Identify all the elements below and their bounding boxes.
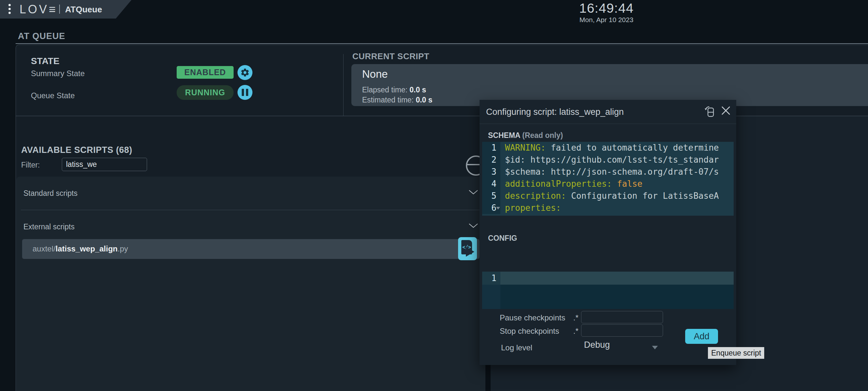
config-line[interactable]: 1: [482, 272, 734, 285]
line-number: 6: [482, 202, 500, 214]
summary-state-settings-button[interactable]: [238, 65, 252, 80]
pause-icon: [242, 89, 248, 96]
clock-date: Mon, Apr 10 2023: [567, 16, 646, 24]
pause-checkpoints-label: Pause checkpoints: [500, 313, 565, 322]
chevron-down-icon[interactable]: [468, 223, 478, 228]
clock: 16:49:44 Mon, Apr 10 2023: [567, 1, 646, 24]
schema-code-editor: 1WARNING: failed to automatically determ…: [482, 142, 734, 216]
queue-state-label: Queue State: [31, 91, 75, 100]
line-number: 1: [482, 142, 500, 154]
clock-time: 16:49:44: [567, 1, 646, 16]
line-number: 4: [482, 178, 500, 190]
schema-line: 4additionalProperties: false: [482, 178, 734, 190]
external-scripts-label: External scripts: [24, 223, 74, 231]
state-heading: STATE: [31, 56, 60, 66]
line-number: 5: [482, 190, 500, 202]
queue-state-badge: RUNNING: [177, 85, 234, 100]
fold-marker-icon[interactable]: [496, 207, 500, 209]
modal-title: Configuring script: latiss_wep_align: [486, 107, 624, 117]
dropdown-caret-icon[interactable]: [652, 346, 658, 349]
pause-checkpoints-pattern: .*: [573, 313, 579, 322]
schema-line: 6properties:: [482, 202, 734, 214]
script-list-item[interactable]: auxtel/latiss_wep_align.py </>: [22, 239, 479, 259]
menu-dots-icon[interactable]: [8, 4, 11, 15]
script-path: auxtel/latiss_wep_align.py: [33, 244, 128, 253]
pause-checkpoints-input[interactable]: [581, 311, 663, 323]
configure-script-modal: Configuring script: latiss_wep_align SCH…: [479, 100, 736, 365]
queue-pause-button[interactable]: [238, 85, 252, 100]
filter-input[interactable]: [62, 158, 147, 171]
elapsed-time: Elapsed time: 0.0 s: [362, 86, 426, 94]
estimated-time: Estimated time: 0.0 s: [362, 96, 432, 104]
schema-heading: SCHEMA (Read only): [488, 131, 563, 140]
atqueue-screen: LOV≡ ATQueue 16:49:44 Mon, Apr 10 2023 A…: [0, 0, 868, 391]
modal-header-divider: [479, 124, 736, 124]
line-number: 2: [482, 154, 500, 166]
logo-e-icon: ≡: [49, 3, 56, 16]
filter-label: Filter:: [21, 161, 40, 169]
standard-scripts-row[interactable]: Standard scripts: [16, 176, 486, 209]
launch-script-button[interactable]: </>: [458, 237, 477, 260]
chevron-down-icon[interactable]: [468, 190, 478, 195]
top-bar: LOV≡ ATQueue: [0, 0, 137, 19]
current-script-name: None: [362, 68, 388, 80]
current-script-heading: CURRENT SCRIPT: [352, 52, 429, 62]
love-logo: LOV≡: [20, 3, 56, 16]
close-icon[interactable]: [720, 105, 731, 116]
line-number: 1: [482, 272, 500, 285]
schema-line: 1WARNING: failed to automatically determ…: [482, 142, 734, 154]
available-scripts-heading: AVAILABLE SCRIPTS (68): [21, 145, 132, 155]
log-level-label: Log level: [501, 343, 532, 352]
logo-separator: [59, 5, 60, 14]
standard-scripts-label: Standard scripts: [24, 189, 78, 198]
enqueue-script-tooltip: Enqueue script: [708, 347, 764, 359]
add-button[interactable]: Add: [685, 329, 718, 344]
state-section-divider: [16, 116, 868, 116]
gear-icon: [240, 68, 250, 77]
schema-line: 3$schema: http://json-schema.org/draft-0…: [482, 166, 734, 178]
atqueue-underline: [16, 43, 868, 44]
state-current-divider: [343, 54, 344, 116]
config-code-editor[interactable]: 1: [482, 272, 734, 309]
rotate-layout-icon[interactable]: [704, 105, 716, 118]
config-heading: CONFIG: [488, 234, 517, 243]
schema-line: 5description: Configuration for LatissBa…: [482, 190, 734, 202]
summary-state-label: Summary State: [31, 69, 85, 78]
pause-checkpoints-row: Pause checkpoints .*: [500, 313, 579, 322]
play-icon: [466, 247, 474, 257]
stop-checkpoints-input[interactable]: [581, 324, 663, 337]
stop-checkpoints-label: Stop checkpoints: [500, 327, 559, 336]
atqueue-heading: AT QUEUE: [18, 31, 65, 41]
line-number: 3: [482, 166, 500, 178]
log-level-select[interactable]: Debug: [584, 340, 610, 350]
page-title: ATQueue: [65, 5, 102, 14]
stop-checkpoints-row: Stop checkpoints .*: [500, 327, 579, 336]
scripts-accordion: Standard scripts External scripts auxtel…: [16, 176, 486, 391]
schema-line: 2$id: https://github.com/lsst-ts/ts_stan…: [482, 154, 734, 166]
summary-state-badge: ENABLED: [177, 66, 234, 79]
external-scripts-row[interactable]: External scripts: [16, 210, 486, 243]
stop-checkpoints-pattern: .*: [573, 327, 579, 336]
